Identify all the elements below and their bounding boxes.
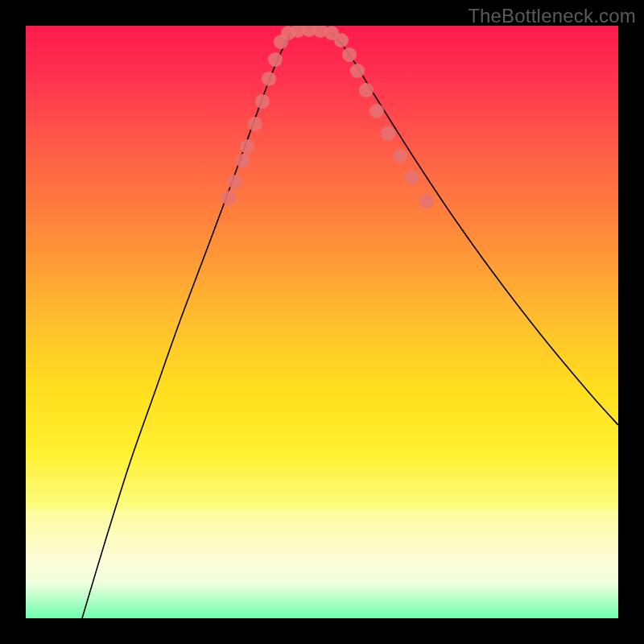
data-dot [369, 104, 384, 118]
dots-group [221, 26, 434, 208]
data-dot [334, 33, 349, 47]
data-dot [228, 175, 242, 189]
data-dot [268, 52, 283, 67]
data-dot [255, 94, 270, 109]
data-dot [393, 149, 407, 163]
data-dot [248, 117, 262, 131]
chart-frame [26, 26, 618, 618]
data-dot [262, 72, 276, 86]
data-dot [236, 154, 250, 168]
data-dot [381, 126, 395, 141]
data-dot [342, 47, 357, 62]
watermark-text: TheBottleneck.com [468, 5, 636, 27]
data-dot [359, 83, 374, 97]
data-dot [350, 64, 365, 78]
data-dot [405, 170, 419, 184]
curve-right-curve [332, 32, 618, 425]
data-dot [240, 139, 254, 154]
data-dot [419, 194, 434, 208]
plot-svg [26, 26, 618, 618]
data-dot [221, 191, 236, 205]
curves-group [82, 32, 618, 618]
